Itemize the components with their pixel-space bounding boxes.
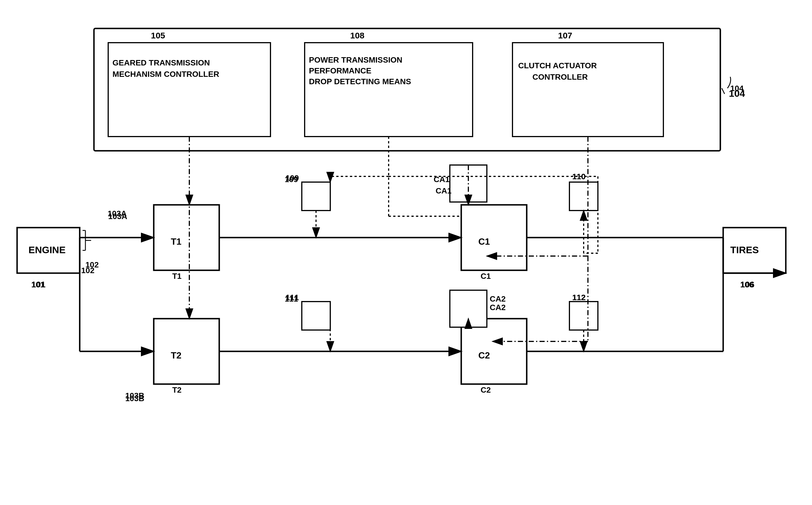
- svg-text:DROP DETECTING MEANS: DROP DETECTING MEANS: [309, 77, 411, 86]
- svg-text:108: 108: [350, 31, 365, 40]
- svg-rect-30: [461, 205, 527, 270]
- svg-text:GEARED TRANSMISSION: GEARED TRANSMISSION: [113, 58, 210, 67]
- svg-rect-36: [450, 290, 487, 327]
- svg-rect-24: [154, 205, 219, 270]
- diagram-container: 104 105 GEARED TRANSMISSION MECHANISM CO…: [0, 0, 812, 505]
- svg-rect-40: [569, 182, 598, 210]
- ref-c2: C2: [481, 385, 491, 394]
- svg-rect-32: [461, 319, 527, 384]
- ref-103b: 103B: [125, 391, 144, 400]
- svg-text:ENGINE: ENGINE: [28, 244, 65, 255]
- svg-text:PERFORMANCE: PERFORMANCE: [309, 66, 371, 75]
- svg-text:CA2: CA2: [490, 295, 506, 303]
- svg-rect-14: [513, 43, 663, 137]
- svg-rect-5: [108, 43, 270, 137]
- ref-t1: T1: [172, 272, 182, 281]
- svg-text:T2: T2: [171, 350, 181, 360]
- svg-text:C2: C2: [478, 350, 490, 360]
- ref-106: 106: [740, 280, 754, 289]
- ref-109: 109: [286, 174, 299, 182]
- ref-ca1: CA1: [434, 175, 449, 184]
- ref-111: 111: [286, 293, 299, 302]
- ref-t2: T2: [172, 385, 182, 394]
- svg-text:TIRES: TIRES: [730, 244, 759, 255]
- ref-104: 104: [730, 84, 744, 93]
- svg-rect-44: [569, 302, 598, 330]
- svg-text:POWER TRANSMISSION: POWER TRANSMISSION: [309, 55, 402, 64]
- svg-rect-38: [302, 182, 330, 210]
- svg-text:105: 105: [151, 31, 165, 40]
- ref-110: 110: [572, 172, 586, 181]
- svg-text:T1: T1: [171, 236, 181, 247]
- svg-text:CLUTCH   ACTUATOR: CLUTCH ACTUATOR: [518, 61, 597, 70]
- ref-112: 112: [572, 293, 586, 302]
- svg-text:CA1: CA1: [436, 186, 451, 195]
- svg-rect-42: [302, 302, 330, 330]
- ref-ca2: CA2: [490, 303, 506, 312]
- svg-text:C1: C1: [478, 236, 490, 247]
- svg-text:107: 107: [558, 31, 572, 40]
- ref-c1: C1: [481, 272, 491, 281]
- ref-101: 101: [31, 280, 45, 289]
- ref-102: 102: [81, 266, 95, 275]
- svg-text:CONTROLLER: CONTROLLER: [532, 72, 588, 81]
- ref-103a: 103A: [108, 209, 127, 218]
- svg-rect-27: [154, 319, 219, 384]
- svg-text:MECHANISM CONTROLLER: MECHANISM CONTROLLER: [113, 70, 219, 78]
